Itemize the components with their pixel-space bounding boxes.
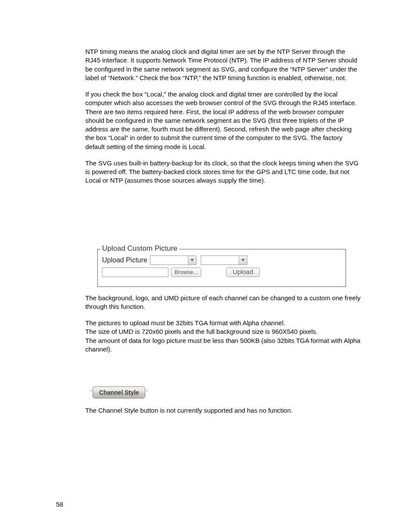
paragraph-ntp-timing: NTP timing means the analog clock and di… [85,47,361,82]
upload-select-2[interactable] [201,255,247,265]
spec-line-size: The size of UMD is 720x60 pixels and the… [85,328,318,335]
channel-style-button-wrap: “ Channel Style ” [90,386,361,398]
upload-picture-label: Upload Picture [102,255,147,265]
browse-button[interactable]: Browse... [171,268,201,277]
paragraph-channel-style-note: The Channel Style button is not currentl… [85,406,361,415]
chevron-down-icon [188,256,196,264]
spec-line-format: The pictures to upload must be 32bits TG… [85,319,285,327]
paragraph-upload-specs: The pictures to upload must be 32bits TG… [85,319,361,354]
left-quote-mark: “ [90,389,93,395]
upload-legend: Upload Custom Picture [100,244,179,254]
upload-custom-picture-group: Upload Custom Picture Upload Picture Bro… [97,249,346,287]
paragraph-upload-desc: The background, logo, and UMD picture of… [85,294,361,311]
spec-line-logo: The amount of data for logo picture must… [85,337,360,353]
right-quote-mark: ” [145,389,148,395]
spacer [85,361,361,386]
document-page: NTP timing means the analog clock and di… [0,0,411,532]
paragraph-local-timing: If you check the box “Local,” the analog… [85,90,361,151]
upload-row-file: Browse... Upload [102,268,341,277]
page-number: 58 [56,500,63,509]
chevron-down-icon [239,256,247,264]
upload-file-path-input[interactable] [102,268,168,277]
paragraph-battery-backup: The SVG uses built-in battery-backup for… [85,159,361,185]
upload-button[interactable]: Upload [226,268,260,277]
upload-select-1[interactable] [150,255,196,265]
spacer [85,193,361,249]
upload-row-selects: Upload Picture [102,255,341,265]
channel-style-button[interactable]: Channel Style [93,386,145,398]
